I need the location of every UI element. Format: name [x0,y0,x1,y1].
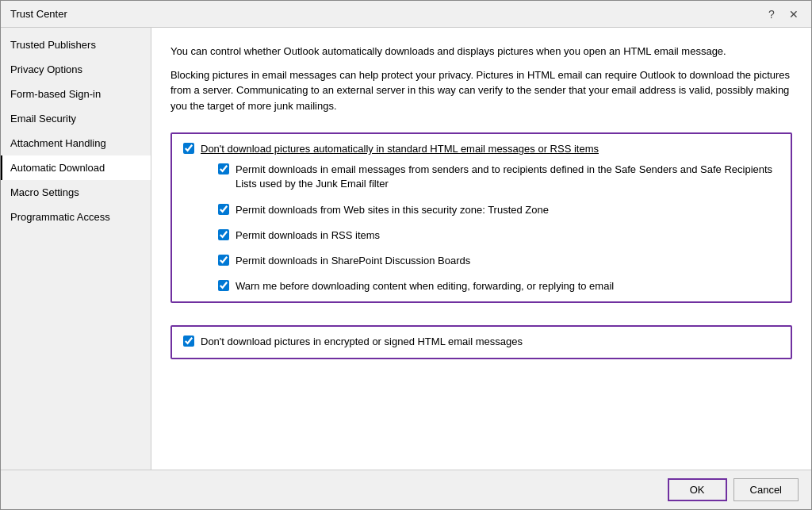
sidebar: Trusted Publishers Privacy Options Form-… [1,28,151,470]
label-permit-rss[interactable]: Permit downloads in RSS items [236,228,380,243]
main-checkbox[interactable] [183,143,194,154]
main-checkbox-item: Don't download pictures automatically in… [183,142,779,156]
label-permit-sharepoint[interactable]: Permit downloads in SharePoint Discussio… [236,254,470,268]
close-button[interactable]: ✕ [786,6,802,22]
sub-checkbox-rss: Permit downloads in RSS items [218,228,779,243]
warn-text: Warn me before downloading content when … [236,280,614,292]
title-bar-controls: ? ✕ [764,6,802,22]
label-encrypted[interactable]: Don't download pictures in encrypted or … [201,335,523,349]
encrypted-label-text: Don't download pictures in encrypted or … [201,336,523,347]
help-button[interactable]: ? [764,6,779,22]
checkbox-encrypted[interactable] [183,336,194,347]
sub-checkbox-safe-senders: Permit downloads in email messages from … [218,163,779,191]
encrypted-checkbox-group: Don't download pictures in encrypted or … [170,325,792,359]
sub-checkboxes: Permit downloads in email messages from … [202,163,779,293]
checkbox-permit-safe-senders[interactable] [218,163,229,174]
sidebar-item-form-based-signin[interactable]: Form-based Sign-in [1,82,151,106]
encrypted-checkbox-item: Don't download pictures in encrypted or … [183,335,779,349]
checkbox-warn-before-downloading[interactable] [218,280,229,291]
permit-rss-text: Permit downloads in RSS items [236,229,380,241]
cancel-button[interactable]: Cancel [733,478,799,501]
description-2: Blocking pictures in email messages can … [170,67,792,114]
sidebar-item-macro-settings[interactable]: Macro Settings [1,180,151,205]
sidebar-item-privacy-options[interactable]: Privacy Options [1,57,151,82]
sidebar-item-attachment-handling[interactable]: Attachment Handling [1,131,151,155]
main-checkbox-label-text: Don't download pictures automatically in… [201,143,599,155]
main-checkbox-group: Don't download pictures automatically in… [170,132,792,303]
footer: OK Cancel [1,470,811,509]
sub-checkbox-sharepoint: Permit downloads in SharePoint Discussio… [218,254,779,268]
label-permit-web-sites[interactable]: Permit downloads from Web sites in this … [236,203,549,217]
main-content: Trusted Publishers Privacy Options Form-… [1,28,811,470]
description-1: You can control whether Outlook automati… [170,44,792,59]
permit-web-sites-text: Permit downloads from Web sites in this … [236,204,549,216]
window-title: Trust Center [10,8,67,20]
sub-checkbox-warn: Warn me before downloading content when … [218,279,779,293]
label-warn-before-downloading[interactable]: Warn me before downloading content when … [236,279,614,293]
permit-sharepoint-text: Permit downloads in SharePoint Discussio… [236,255,470,267]
sidebar-item-email-security[interactable]: Email Security [1,106,151,131]
label-permit-safe-senders[interactable]: Permit downloads in email messages from … [236,163,779,191]
permit-safe-senders-text: Permit downloads in email messages from … [236,163,772,190]
sidebar-item-automatic-download[interactable]: Automatic Download [1,155,151,180]
checkbox-permit-sharepoint[interactable] [218,255,229,266]
trust-center-window: Trust Center ? ✕ Trusted Publishers Priv… [0,0,812,510]
description-block: You can control whether Outlook automati… [170,44,792,121]
ok-button[interactable]: OK [668,478,727,501]
sidebar-item-trusted-publishers[interactable]: Trusted Publishers [1,33,151,57]
title-bar: Trust Center ? ✕ [1,1,811,28]
main-checkbox-label[interactable]: Don't download pictures automatically in… [201,142,599,156]
checkbox-permit-rss[interactable] [218,229,229,240]
content-area: You can control whether Outlook automati… [151,28,811,470]
checkbox-permit-web-sites[interactable] [218,204,229,215]
sidebar-item-programmatic-access[interactable]: Programmatic Access [1,205,151,229]
sub-checkbox-web-sites: Permit downloads from Web sites in this … [218,203,779,217]
